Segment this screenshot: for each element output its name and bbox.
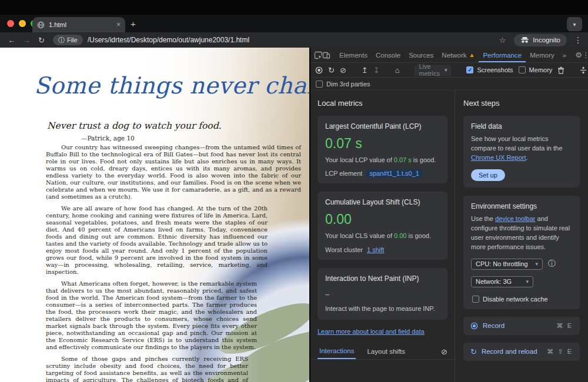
device-toolbar-icon[interactable]	[322, 51, 330, 59]
cls-value: 0.00	[325, 212, 440, 227]
memory-checkbox[interactable]: Memory	[519, 66, 553, 73]
lcp-desc-suffix: is good.	[412, 156, 436, 163]
tab-interactions[interactable]: Interactions	[318, 344, 356, 359]
cls-card: Cumulative Layout Shift (CLS) 0.00 Your …	[318, 192, 447, 259]
checkbox-unchecked-icon	[472, 296, 479, 303]
disable-cache-checkbox[interactable]: Disable network cache	[472, 296, 572, 303]
lcp-desc-value: 0.07 s	[394, 156, 412, 163]
cls-cluster-label: Worst cluster	[325, 246, 363, 253]
learn-more-link[interactable]: Learn more about local and field data	[318, 328, 425, 335]
chevron-down-icon: ▾	[526, 279, 529, 284]
record-shortcut: ⌘ E	[557, 322, 573, 330]
network-warning-icon: ▲	[469, 52, 475, 58]
record-icon	[470, 322, 478, 330]
device-toolbar-link[interactable]: device toolbar	[495, 215, 536, 222]
inp-title: Interaction to Next Paint (INP)	[325, 274, 440, 283]
dim-3rd-parties-checkbox[interactable]: Dim 3rd parties	[310, 78, 588, 91]
inp-description: Interact with the page to measure INP.	[325, 304, 440, 313]
bookmark-star-icon[interactable]: ☆	[499, 36, 506, 45]
more-tabs-icon[interactable]: »	[559, 48, 570, 62]
article-body: Our country has witnessed sweeping chang…	[46, 144, 301, 382]
environment-text: Use the	[471, 215, 495, 222]
tab-network-label: Network	[442, 52, 466, 59]
back-icon[interactable]: ←	[8, 36, 15, 45]
environment-body: Use the device toolbar and configure thr…	[471, 215, 572, 252]
memory-label: Memory	[529, 66, 553, 73]
devtools-panel: Elements Console Sources Network ▲ Perfo…	[310, 48, 588, 382]
cls-cluster-row: Worst cluster 1 shift	[325, 246, 440, 253]
tab-network[interactable]: Network ▲	[437, 48, 479, 62]
disable-cache-label: Disable network cache	[483, 296, 548, 303]
tab-layout-shifts[interactable]: Layout shifts	[365, 344, 407, 359]
devtools-settings-gear-icon[interactable]: ⚙	[575, 51, 582, 59]
download-profile-icon[interactable]: ↧	[373, 66, 380, 75]
address-input[interactable]: /Users/idrtest/Desktop/demo/out/awjune20…	[88, 36, 499, 44]
window-titlebar	[0, 0, 588, 15]
tab-close-icon[interactable]: ×	[116, 21, 121, 29]
lcp-description: Your local LCP value of 0.07 s is good.	[325, 156, 440, 165]
webpage-viewport: Some things never change Never trust a d…	[0, 48, 309, 382]
paragraph: We are all aware of how food has changed…	[46, 205, 268, 276]
record-reload-icon[interactable]: ↻	[328, 66, 335, 75]
record-and-reload-button[interactable]: ↻ Record and reload ⌘ ⇧ E	[463, 343, 580, 361]
inp-value: –	[325, 290, 440, 299]
tab-sources[interactable]: Sources	[405, 48, 437, 62]
upload-profile-icon[interactable]: ↥	[362, 66, 368, 75]
environment-title: Environment settings	[471, 202, 572, 210]
cls-cluster-link[interactable]: 1 shift	[367, 246, 384, 253]
field-data-title: Field data	[471, 122, 572, 130]
cpu-throttling-select[interactable]: CPU: No throttling ▾	[471, 259, 543, 270]
lcp-title: Largest Contentful Paint (LCP)	[325, 122, 440, 130]
split-view-icon[interactable]	[580, 66, 587, 74]
performance-toolbar: ↻ ⊘ ↥ ↧ ⌂ Live metrics ▾ ✓ Screenshots M…	[310, 63, 588, 78]
clear-interactions-icon[interactable]: ⊘	[441, 347, 447, 356]
network-select-value: Network: 3G	[476, 278, 512, 285]
live-metrics-label: Live metrics	[419, 63, 439, 77]
lcp-value: 0.07 s	[325, 136, 440, 152]
collect-garbage-icon[interactable]	[557, 66, 564, 74]
tab-elements[interactable]: Elements	[335, 48, 372, 62]
tab-search-chevron-button[interactable]: ▾	[567, 17, 582, 31]
tab-performance[interactable]: Performance	[479, 48, 526, 62]
paragraph: What Americans often forget, however, is…	[46, 280, 257, 351]
forward-icon[interactable]: →	[23, 36, 31, 45]
lcp-element-link[interactable]: span#t1_1.t.s0_1	[366, 169, 422, 177]
quote-attribution: —Patrick, age 10	[81, 135, 135, 142]
page-quote: Never trust a dog to watch your food.	[47, 120, 221, 131]
field-data-text: See how your local metrics compare to re…	[471, 135, 562, 152]
minimize-window-button[interactable]	[19, 20, 26, 27]
record-button[interactable]: Record ⌘ E	[463, 317, 580, 335]
globe-favicon-icon	[37, 21, 45, 29]
chevron-down-icon: ▾	[445, 67, 447, 73]
live-metrics-select[interactable]: Live metrics ▾	[415, 65, 451, 76]
checkbox-unchecked-icon	[316, 81, 323, 88]
environment-settings-card: Environment settings Use the device tool…	[463, 196, 580, 309]
new-tab-button[interactable]: +	[131, 19, 136, 29]
close-window-button[interactable]	[7, 20, 14, 27]
browser-tab[interactable]: 1.html ×	[32, 17, 125, 32]
reload-icon: ↻	[470, 347, 477, 356]
incognito-label: Incognito	[533, 36, 560, 43]
home-icon[interactable]: ⌂	[395, 66, 400, 75]
lcp-element-row: LCP element span#t1_1.t.s0_1	[325, 170, 440, 177]
tab-console[interactable]: Console	[372, 48, 405, 62]
set-up-button[interactable]: Set up	[471, 169, 505, 181]
browser-menu-icon[interactable]: ⋮	[574, 35, 582, 45]
record-icon[interactable]	[315, 66, 323, 74]
screenshots-checkbox[interactable]: ✓ Screenshots	[466, 66, 513, 73]
file-scheme-badge[interactable]: ⓘ File	[53, 35, 83, 45]
crux-report-link[interactable]: Chrome UX Report	[471, 154, 526, 161]
lcp-element-label: LCP element	[325, 170, 362, 177]
network-throttling-select[interactable]: Network: 3G ▾	[471, 276, 533, 287]
url-toolbar: ← → ↻ ⓘ File /Users/idrtest/Desktop/demo…	[0, 32, 588, 48]
cls-title: Cumulative Layout Shift (CLS)	[325, 198, 440, 206]
reload-icon[interactable]: ↻	[38, 36, 45, 45]
tab-memory[interactable]: Memory	[526, 48, 559, 62]
incognito-badge: Incognito	[514, 34, 567, 46]
lcp-desc-prefix: Your local LCP value of	[325, 156, 394, 163]
devtools-menu-icon[interactable]: ⋮	[582, 51, 588, 59]
cpu-info-icon[interactable]: ⓘ	[548, 259, 556, 269]
clear-icon[interactable]: ⊘	[340, 66, 346, 75]
inspect-element-icon[interactable]	[314, 51, 322, 59]
paragraph: Our country has witnessed sweeping chang…	[46, 144, 301, 200]
